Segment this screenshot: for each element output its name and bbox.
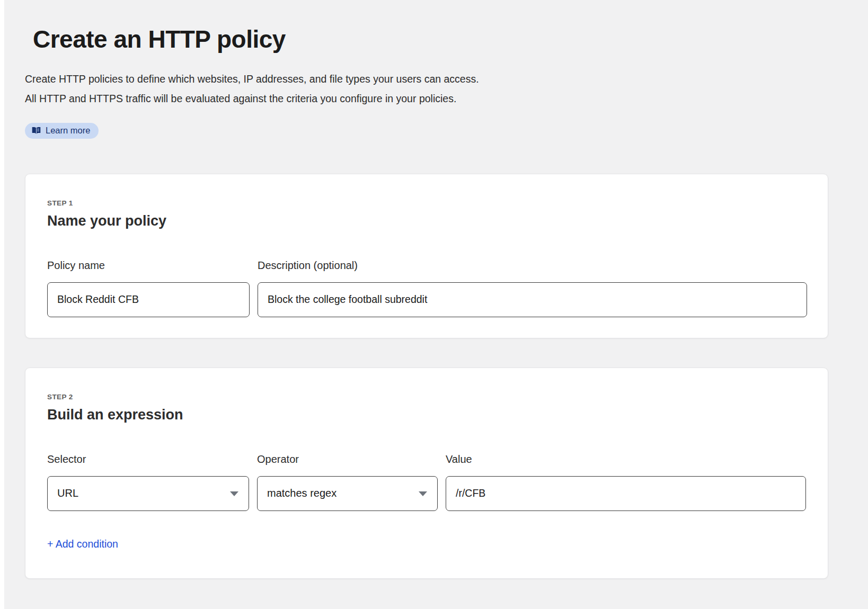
step1-card: STEP 1 Name your policy Policy name Desc… [25, 174, 828, 338]
policy-name-field-group: Policy name [47, 259, 250, 317]
selector-field-group: Selector URL [47, 453, 249, 511]
step2-card: STEP 2 Build an expression Selector URL … [25, 368, 828, 579]
page-title: Create an HTTP policy [33, 25, 828, 53]
description-field-group: Description (optional) [258, 259, 807, 317]
page-description-line2: All HTTP and HTTPS traffic will be evalu… [25, 89, 828, 109]
selector-dropdown-value: URL [57, 487, 78, 499]
add-condition-link[interactable]: + Add condition [47, 538, 118, 550]
page-description: Create HTTP policies to define which web… [25, 69, 828, 109]
step2-heading: Build an expression [47, 407, 807, 423]
value-field-group: Value [446, 453, 806, 511]
policy-name-input[interactable] [47, 282, 250, 317]
value-label: Value [446, 453, 806, 465]
operator-label: Operator [257, 453, 438, 465]
operator-field-group: Operator matches regex [257, 453, 438, 511]
learn-more-button[interactable]: Learn more [25, 123, 99, 139]
open-book-icon [32, 127, 41, 135]
main-content: Create an HTTP policy Create HTTP polici… [25, 0, 828, 579]
left-white-strip [0, 0, 4, 609]
description-input[interactable] [258, 282, 807, 317]
step1-heading: Name your policy [47, 213, 807, 229]
step2-label: STEP 2 [47, 393, 807, 401]
step1-label: STEP 1 [47, 199, 807, 207]
page-description-line1: Create HTTP policies to define which web… [25, 69, 828, 89]
chevron-down-icon [419, 491, 427, 496]
learn-more-label: Learn more [46, 126, 90, 136]
selector-label: Selector [47, 453, 249, 465]
operator-dropdown[interactable]: matches regex [257, 476, 438, 511]
description-label: Description (optional) [258, 259, 807, 272]
value-input[interactable] [446, 476, 806, 511]
selector-dropdown[interactable]: URL [47, 476, 249, 511]
chevron-down-icon [230, 491, 238, 496]
operator-dropdown-value: matches regex [267, 487, 336, 499]
policy-name-label: Policy name [47, 259, 250, 272]
